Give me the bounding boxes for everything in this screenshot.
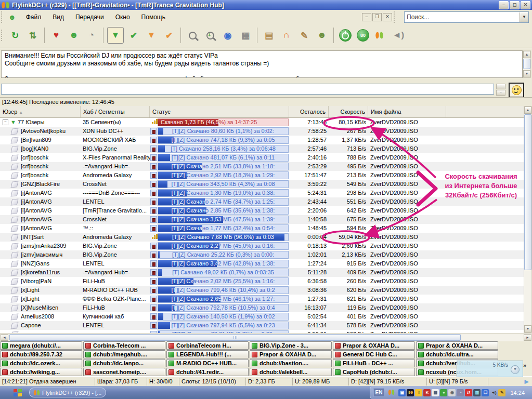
hub-tab[interactable]: dchub://89.250.7.32 xyxy=(0,350,82,358)
network-icon[interactable]: ▣ xyxy=(398,389,406,396)
transfer-row[interactable]: [i]AntonAVG™.::[T][Z] Скачано 1,77 МБ (3… xyxy=(0,224,524,233)
hub-tab[interactable]: CapoHub (dchub:/... xyxy=(333,368,415,376)
hub-tab[interactable]: dchub://megahub.... xyxy=(83,350,165,358)
toolbar-grip[interactable] xyxy=(1,30,5,41)
menu-item[interactable]: Файл xyxy=(20,12,47,22)
brush-icon[interactable]: ✎ xyxy=(498,389,505,396)
horizontal-scrollbar[interactable]: ◄ ► xyxy=(0,333,532,341)
search-dropdown-arrow-icon[interactable]: ▼ xyxy=(520,12,528,22)
hub-tab[interactable]: Corbina-Telecom ... xyxy=(83,341,165,350)
hub-tab[interactable]: dchub://dc.lanpo... xyxy=(83,359,165,367)
transfer-row[interactable]: [Viborg]PaNFiLi-HuB[T][Z] Скачано 2,02 М… xyxy=(0,277,524,286)
transfer-row[interactable]: [GNZ]BlackFireCrossNet[T][Z] Скачано 343… xyxy=(0,180,524,189)
mdi-minimize-button[interactable]: – xyxy=(362,13,371,21)
table-scrollbar[interactable]: ▲ ▼ xyxy=(524,106,532,333)
transfer-row[interactable]: [bog]KAN0BIG.Vip.Zone[T] Скачано 258,16 … xyxy=(0,144,524,153)
transfer-row[interactable]: −▼77 Юзеры35 Сегмент(ы)Скачано 1,73 ГБ (… xyxy=(0,118,524,127)
transfer-row[interactable]: [i]AntonAVG[TmR]Trance Gravitatio...[T][… xyxy=(0,206,524,215)
hub-tab[interactable]: dchub://alekbell... xyxy=(250,368,332,376)
favorite-users-button[interactable]: ☻ xyxy=(66,28,82,43)
notepad-button[interactable]: ✎ xyxy=(296,28,312,43)
tabs-overflow-chevron[interactable]: » xyxy=(523,362,530,370)
column-header-6[interactable]: Имя файла xyxy=(368,106,446,117)
tree-collapse-icon[interactable]: − xyxy=(3,119,8,125)
transfer-row[interactable]: [x]Light©©© Belka OZK-Plane...[T][Z] Ска… xyxy=(0,295,524,303)
hub-tab[interactable]: dchub://41.redir... xyxy=(166,368,249,376)
hub-tab[interactable]: Prapor & OXAHA D... xyxy=(416,341,498,350)
quick-search-combobox[interactable]: Поиск... ▼ xyxy=(404,11,529,23)
flylink-tray-icon[interactable] xyxy=(388,390,395,395)
hub-tab[interactable]: Prapor & OXAHA D... xyxy=(250,350,332,358)
transfer-row[interactable]: [s]korefan11rus-=Avangard-Hub=-[T] Скача… xyxy=(0,268,524,277)
emoticon-button[interactable] xyxy=(509,83,524,98)
hub-tab[interactable]: dchub://bastion.... xyxy=(250,359,332,367)
hub-tab[interactable]: dchub://wiking.g... xyxy=(0,368,82,376)
hub-tab[interactable]: megara (dchub://... xyxy=(0,341,82,350)
search-toolbar-grip[interactable] xyxy=(394,11,398,23)
volume-icon[interactable]: ◄) xyxy=(490,389,497,396)
traffic-chart-icon[interactable]: ▥ xyxy=(473,389,481,396)
transfer-row[interactable]: [Bir]Ivan809МОСКОВСКИЙ ХАБ[T][Z] Скачано… xyxy=(0,136,524,144)
hub-tab[interactable]: Prapor & OXAHA D... xyxy=(333,341,415,350)
transfer-row[interactable]: CaponeLENTEL[T][Z] Скачано 797,94 КБ (5,… xyxy=(0,321,524,330)
refresh-share-button[interactable]: ⇅ xyxy=(25,28,41,43)
transfer-row[interactable]: [i]AntonAVGCrossNet[T][Z] Скачано 3,53 М… xyxy=(0,215,524,224)
settings-button[interactable]: ▤ xyxy=(261,28,277,43)
finished-downloads-button[interactable]: ✔ xyxy=(126,28,141,43)
taskbar-task-button[interactable]: FlylinkDC++ (r329) - [... xyxy=(29,388,106,397)
network-stats-button[interactable]: ▦ xyxy=(238,28,253,43)
language-indicator[interactable]: EN xyxy=(373,388,385,397)
alert-icon[interactable]: ! xyxy=(415,389,422,396)
mdi-close-button[interactable]: ✕ xyxy=(383,13,392,21)
transfer-row[interactable]: Arnelius2008Купчинский хаб[T][Z] Скачано… xyxy=(0,312,524,321)
clock-icon[interactable]: ◔ xyxy=(457,389,464,396)
transfer-row[interactable]: [izms]mArika2309BIG.Vip.Zone[T][Z] Скача… xyxy=(0,242,524,250)
shutdown-button[interactable] xyxy=(338,28,353,43)
search-spy-button[interactable]: ◉ xyxy=(220,28,236,43)
hub-tab[interactable]: BIG.Vip.Zone - 3... xyxy=(250,341,332,350)
away-mode-button[interactable]: ☻ xyxy=(314,28,330,43)
monitor-99-icon[interactable]: 99 xyxy=(407,389,414,396)
transfer-row[interactable]: [crf]boschk-=Avangard-Hub=-[T][Z] Скачан… xyxy=(0,162,524,171)
transfer-row[interactable]: [crf]boschkAndromeda Galaxy[T][Z] Скачан… xyxy=(0,171,524,180)
transfer-row[interactable]: [i]AntonAVGLENTEL[T][Z] Скачано 2,74 МБ … xyxy=(0,197,524,206)
search-button[interactable] xyxy=(185,28,200,43)
column-header-5[interactable]: Скорость xyxy=(329,106,368,117)
menu-item[interactable]: Передачи xyxy=(70,12,110,22)
column-header-2[interactable]: Хаб / Сегменты xyxy=(81,106,150,117)
finished-uploads-button[interactable]: ✔ xyxy=(161,28,177,43)
hub-tab[interactable]: dchub://dc.ultra... xyxy=(416,350,498,358)
hub-tab[interactable]: FiLi-HuB - DC++ ... xyxy=(333,359,415,367)
transfer-row[interactable]: [X]MuseMilsenFiLi-HuB[T][Z] Скачано 792,… xyxy=(0,303,524,312)
waiting-users-button[interactable]: ▼ xyxy=(144,28,159,43)
column-header-3[interactable]: Статус xyxy=(150,106,289,117)
about-button[interactable] xyxy=(373,28,388,43)
transfer-row[interactable]: [i]AntonAVG---===DnB Zone===---[T][Z] Ск… xyxy=(0,189,524,197)
column-header-4[interactable]: Осталось xyxy=(289,106,329,117)
close-button[interactable]: ✕ xyxy=(521,1,530,9)
cd-icon[interactable]: ◉ xyxy=(448,389,456,396)
hub-tab[interactable]: CorbinaTelecom H... xyxy=(166,341,249,350)
chat-scrollbar[interactable]: ▲ ▼ xyxy=(523,50,531,78)
sound-button[interactable]: ◄) xyxy=(391,28,406,43)
builder-button[interactable]: ∩ xyxy=(279,28,294,43)
transfer-row[interactable]: [NNZ]GansLENTEL[T][Z] Скачано 3,42 МБ (4… xyxy=(0,259,524,268)
transfer-row[interactable]: [INT]SartAndromeda Galaxy[T][Z] Скачано … xyxy=(0,233,524,242)
menu-item[interactable]: Помощь xyxy=(136,12,171,22)
transfer-row[interactable]: [AvtovoNet]kopkuXDN Hub DC++[T][Z] Скача… xyxy=(0,127,524,136)
adl-search-button[interactable] xyxy=(202,28,218,43)
download-master-icon[interactable]: ⇄ xyxy=(465,389,472,396)
menubar-grip[interactable] xyxy=(1,11,5,23)
column-header-1[interactable]: Юзер ▲ xyxy=(0,106,81,117)
transfer-row[interactable]: [izmv]максимычBIG.Vip.Zone[T][Z] Скачано… xyxy=(0,250,524,259)
recent-hubs-button[interactable]: ◔ xyxy=(84,28,99,43)
favorite-hubs-button[interactable]: ♥ xyxy=(48,28,64,43)
dictionary-icon[interactable]: ▤ xyxy=(432,389,439,396)
hub-tab[interactable]: M-RADIO DC++ HUB... xyxy=(166,359,249,367)
hub-tab[interactable]: LEGENDA-Hub!!! (... xyxy=(166,350,249,358)
mdi-restore-button[interactable]: ❐ xyxy=(372,13,382,21)
menu-item[interactable]: Вид xyxy=(47,12,70,22)
chat-spin-buttons[interactable]: –– xyxy=(496,84,505,95)
search-input[interactable]: Поиск... xyxy=(405,14,520,21)
reconnect-button[interactable]: ↻ xyxy=(7,28,23,43)
